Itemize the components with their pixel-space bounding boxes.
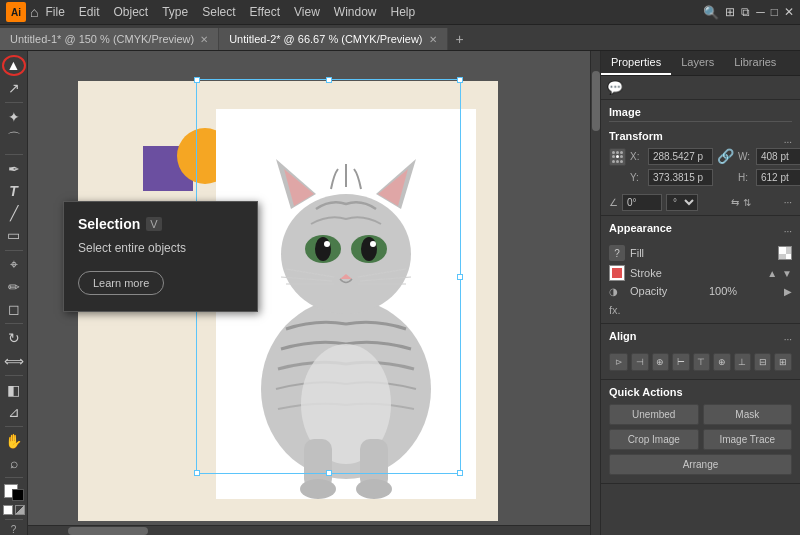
tab-close-0[interactable]: ✕	[200, 34, 208, 45]
new-tab-button[interactable]: +	[448, 28, 472, 50]
transform-more-btn-2[interactable]: ···	[784, 197, 792, 208]
toolbar-divider-1	[5, 102, 23, 103]
distribute-h-btn[interactable]: ⊟	[754, 353, 771, 371]
y-input[interactable]	[648, 169, 713, 186]
w-input[interactable]	[756, 148, 800, 165]
none-icon[interactable]	[15, 505, 25, 515]
menu-bar: FileEditObjectTypeSelectEffectViewWindow…	[38, 0, 422, 25]
menu-item-edit[interactable]: Edit	[72, 0, 107, 25]
opacity-row: ◑ Opacity 100% ▶	[609, 285, 792, 297]
mask-button[interactable]: Mask	[703, 404, 793, 425]
unembed-button[interactable]: Unembed	[609, 404, 699, 425]
arrange-button[interactable]: Arrange	[609, 454, 792, 475]
menu-item-select[interactable]: Select	[195, 0, 242, 25]
svg-point-10	[281, 194, 411, 314]
menu-item-effect[interactable]: Effect	[243, 0, 287, 25]
eraser-tool-btn[interactable]: ◻	[2, 299, 26, 319]
flip-horizontal-btn[interactable]: ⇆	[731, 197, 739, 208]
minimize-btn[interactable]: ─	[756, 5, 765, 19]
menu-item-help[interactable]: Help	[384, 0, 423, 25]
pencil-tool-btn[interactable]: ✏	[2, 277, 26, 297]
rotate-tool-btn[interactable]: ↻	[2, 328, 26, 348]
angle-dropdown[interactable]: °	[666, 194, 698, 211]
align-right-btn[interactable]: ⊢	[672, 353, 689, 371]
tooltip-description: Select entire objects	[78, 240, 243, 257]
align-more-btn[interactable]: ···	[784, 334, 792, 345]
question-mark-btn[interactable]: ?	[11, 524, 17, 535]
width-tool-btn[interactable]: ⟺	[2, 350, 26, 370]
fill-color-swatch[interactable]	[4, 484, 24, 501]
align-label: Align	[609, 330, 637, 342]
line-tool-btn[interactable]: ╱	[2, 203, 26, 223]
menu-item-view[interactable]: View	[287, 0, 327, 25]
panel-tab-properties[interactable]: Properties	[601, 51, 671, 75]
align-left-btn[interactable]: ⊣	[631, 353, 648, 371]
fill-swatch[interactable]	[778, 246, 792, 260]
align-to-dropdown[interactable]: ⊳	[609, 353, 628, 371]
image-label: Image	[609, 106, 792, 122]
stroke-dropdown[interactable]: ▼	[782, 268, 792, 279]
opacity-value[interactable]: 100%	[705, 285, 779, 297]
svg-point-17	[315, 237, 331, 261]
h-scrollbar-thumb[interactable]	[68, 527, 148, 535]
comments-icon[interactable]: 💬	[607, 80, 623, 95]
angle-input[interactable]	[622, 194, 662, 211]
canvas-area[interactable]: Selection V Select entire objects Learn …	[28, 51, 600, 535]
menu-item-window[interactable]: Window	[327, 0, 384, 25]
tab-1[interactable]: Untitled-2* @ 66.67 % (CMYK/Preview)✕	[219, 28, 447, 50]
hand-tool-btn[interactable]: ✋	[2, 431, 26, 451]
pen-tool-btn[interactable]: ✒	[2, 158, 26, 178]
crop-image-button[interactable]: Crop Image	[609, 429, 699, 450]
eyedropper-tool-btn[interactable]: ⊿	[2, 402, 26, 422]
image-trace-button[interactable]: Image Trace	[703, 429, 793, 450]
magic-wand-tool-btn[interactable]: ✦	[2, 107, 26, 127]
menu-item-object[interactable]: Object	[107, 0, 156, 25]
paintbrush-tool-btn[interactable]: ⌖	[2, 254, 26, 274]
search-icon[interactable]: 🔍	[703, 5, 719, 20]
shape-tool-btn[interactable]: ▭	[2, 225, 26, 245]
home-icon[interactable]: ⌂	[30, 4, 38, 20]
panel-tab-libraries[interactable]: Libraries	[724, 51, 786, 75]
vertical-scrollbar[interactable]	[590, 51, 600, 535]
stroke-row: Stroke ▲ ▼	[609, 265, 792, 281]
zoom-tool-btn[interactable]: ⌕	[2, 453, 26, 473]
align-center-h-btn[interactable]: ⊕	[652, 353, 669, 371]
menu-item-file[interactable]: File	[38, 0, 71, 25]
learn-more-button[interactable]: Learn more	[78, 271, 164, 295]
tab-label-0: Untitled-1* @ 150 % (CMYK/Preview)	[10, 33, 194, 45]
panel-tab-layers[interactable]: Layers	[671, 51, 724, 75]
type-tool-btn[interactable]: T	[2, 181, 26, 201]
appearance-more-btn[interactable]: ···	[784, 226, 792, 237]
workspace-switcher[interactable]: ⊞	[725, 5, 735, 19]
maximize-btn[interactable]: □	[771, 5, 778, 19]
w-label: W:	[738, 151, 752, 162]
transform-reference-point[interactable]	[609, 148, 626, 166]
tab-close-1[interactable]: ✕	[429, 34, 437, 45]
w-row: W:	[738, 148, 800, 165]
lasso-tool-btn[interactable]: ⌒	[2, 129, 26, 149]
link-proportions-btn[interactable]: 🔗	[717, 148, 734, 164]
h-input[interactable]	[756, 169, 800, 186]
stroke-arrow-up[interactable]: ▲	[767, 268, 777, 279]
tab-0[interactable]: Untitled-1* @ 150 % (CMYK/Preview)✕	[0, 28, 219, 50]
align-bottom-btn[interactable]: ⊥	[734, 353, 751, 371]
gradient-tool-btn[interactable]: ◧	[2, 379, 26, 399]
menu-item-type[interactable]: Type	[155, 0, 195, 25]
svg-point-9	[356, 479, 392, 499]
flip-vertical-btn[interactable]: ⇅	[743, 197, 751, 208]
horizontal-scrollbar[interactable]	[28, 525, 590, 535]
direct-selection-tool-btn[interactable]: ↗	[2, 78, 26, 98]
selection-tool-btn[interactable]: ▲	[2, 55, 26, 76]
properties-scroll[interactable]: Image Transform ...	[601, 100, 800, 535]
distribute-v-btn[interactable]: ⊞	[774, 353, 791, 371]
main-layout: ▲ ↗ ✦ ⌒ ✒ T ╱ ▭ ⌖ ✏ ◻ ↻ ⟺ ◧ ⊿ ✋ ⌕ ?	[0, 51, 800, 535]
arrange-windows[interactable]: ⧉	[741, 5, 750, 19]
scrollbar-thumb[interactable]	[592, 71, 600, 131]
x-input[interactable]	[648, 148, 713, 165]
opacity-dropdown[interactable]: ▶	[784, 286, 792, 297]
swap-colors-icon[interactable]	[3, 505, 13, 515]
align-top-btn[interactable]: ⊤	[693, 353, 710, 371]
close-btn[interactable]: ✕	[784, 5, 794, 19]
transform-more-btn[interactable]: ...	[784, 134, 792, 145]
align-center-v-btn[interactable]: ⊕	[713, 353, 730, 371]
